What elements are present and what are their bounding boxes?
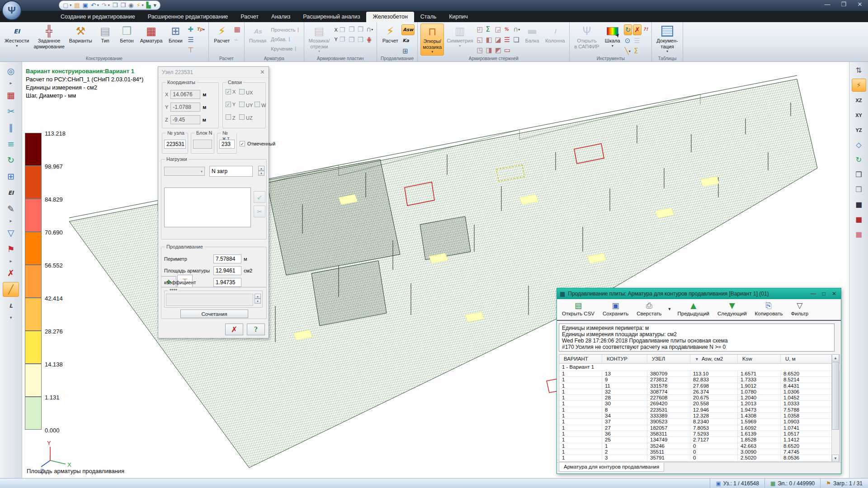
- tab-2[interactable]: Расширенное редактирование: [142, 12, 235, 22]
- erase-x-button[interactable]: ✗: [3, 266, 19, 281]
- scroll-down-icon[interactable]: ▼: [832, 455, 839, 462]
- app-logo-icon[interactable]: Ψ: [2, 0, 22, 20]
- filter-button[interactable]: ▽Фильтр: [788, 301, 812, 317]
- torsion-button[interactable]: КручениеI: [269, 44, 301, 53]
- tab-4[interactable]: Анализ: [265, 12, 297, 22]
- punch-brush-button[interactable]: ╱: [3, 282, 19, 297]
- redo-icon[interactable]: ↷: [102, 2, 107, 8]
- undo-icon[interactable]: ↶: [91, 2, 96, 8]
- zone-e-button[interactable]: ◨: [485, 45, 493, 55]
- undo-icon-arrow[interactable]: ▾: [97, 3, 99, 7]
- link-Y-checkbox[interactable]: ✓: [226, 102, 231, 107]
- table-row-10[interactable]: 1271820577.80531.60921.0741: [559, 425, 840, 431]
- flash-icon[interactable]: ⚡: [136, 2, 140, 8]
- punch-calc-button[interactable]: ⚡Расчет: [380, 23, 401, 56]
- spin-up-icon[interactable]: ▲: [258, 166, 264, 171]
- minimize-button[interactable]: —: [823, 1, 832, 8]
- query-button[interactable]: ?!: [642, 24, 649, 34]
- perimeter-input[interactable]: 7.57884: [213, 254, 241, 263]
- new-file-icon-arrow[interactable]: ▾: [70, 3, 71, 7]
- length-l-button[interactable]: L: [3, 298, 19, 313]
- close-icon[interactable]: ✕: [260, 69, 265, 75]
- cube-a-button[interactable]: ❒: [348, 24, 355, 34]
- restore-button[interactable]: ❐: [839, 1, 848, 8]
- link-UZ-checkbox[interactable]: [239, 114, 245, 120]
- table-row-14[interactable]: 123551103.00907.4745: [559, 449, 840, 455]
- snapshot-icon[interactable]: ◉: [128, 2, 133, 8]
- chart-icon[interactable]: ▙: [146, 2, 151, 8]
- parallel-planes-button[interactable]: ∥: [3, 120, 19, 135]
- cancel-button[interactable]: ✗: [225, 324, 243, 335]
- red-bars-button[interactable]: ☰: [503, 35, 511, 45]
- canopy-button[interactable]: ∩▾: [365, 24, 374, 34]
- more-down-button[interactable]: ▾: [3, 314, 19, 321]
- link-UY-checkbox[interactable]: [239, 102, 245, 107]
- red-line-button[interactable]: ▭: [503, 45, 511, 55]
- delete-results-button[interactable]: ✗: [633, 24, 642, 35]
- open-file-icon[interactable]: ▤: [74, 2, 80, 8]
- pack-icon[interactable]: ❒: [113, 2, 118, 8]
- canopy-2-button[interactable]: ∩▾: [512, 24, 521, 34]
- tab-5[interactable]: Расширенный анализ: [297, 12, 366, 22]
- preset-reinforcement-button[interactable]: ╬Заданноеармирование: [32, 23, 66, 56]
- column-header-6[interactable]: U, м: [781, 355, 840, 363]
- view-yz-button-button[interactable]: YZ: [852, 123, 866, 136]
- new-file-icon[interactable]: ▢: [63, 2, 68, 8]
- link-W-checkbox[interactable]: [255, 102, 260, 107]
- block-input[interactable]: [193, 140, 212, 149]
- open-sapfir-button[interactable]: ΨОткрытьв САПФИР: [572, 23, 601, 56]
- book-icon[interactable]: ❒: [120, 2, 126, 8]
- column-header-2[interactable]: КОНТУР: [602, 355, 647, 363]
- mosaic-segments-button[interactable]: ▤Мозаика/отрезки▾: [307, 23, 332, 56]
- rebar-grid-button[interactable]: ▦: [3, 88, 19, 103]
- zone-f-button[interactable]: ◲: [494, 24, 502, 34]
- delete-load-button[interactable]: ✂: [254, 206, 265, 217]
- abacus-button[interactable]: ☰: [633, 36, 642, 46]
- type-button[interactable]: ▤Тип: [95, 23, 116, 56]
- blocks-button[interactable]: ⊞Блоки: [165, 23, 186, 56]
- flash-icon-arrow[interactable]: ▾: [142, 3, 144, 7]
- table-row-1[interactable]: 113380709113.101.65718.6520: [559, 371, 840, 376]
- table-row-7[interactable]: 1822353112.9461.94737.5788: [559, 407, 840, 413]
- support-tee-button[interactable]: ⊤: [187, 45, 194, 55]
- cube-d-button[interactable]: ❒: [357, 35, 364, 45]
- tab-6[interactable]: Железобетон: [366, 12, 414, 22]
- results-table[interactable]: ВАРИАНТКОНТУРУЗЕЛ▼Asw, см2KswU, м 1 - Ва…: [559, 354, 840, 462]
- coord-Z-input[interactable]: -9.45: [170, 115, 200, 124]
- table-row-5[interactable]: 12822760820.6751.20401.0452: [559, 394, 840, 400]
- link-Z-checkbox[interactable]: [226, 114, 231, 120]
- zone-b-button[interactable]: ◱: [476, 35, 484, 45]
- scroll-up-icon[interactable]: ▲: [832, 354, 839, 361]
- table-row-13[interactable]: 1135246042.6638.6520: [559, 443, 840, 449]
- open-csv-button[interactable]: ▤Открыть CSV: [559, 301, 598, 317]
- cube-c-button[interactable]: ❒: [357, 24, 364, 34]
- redo-icon-arrow[interactable]: ▾: [108, 3, 110, 7]
- column-header-4[interactable]: ▼Asw, см2: [690, 355, 738, 363]
- diagrams-mosaic-button[interactable]: ⊓Эпюры/мозаика▾: [420, 23, 444, 56]
- table-row-4[interactable]: 13230877426.3741.07801.0306: [559, 389, 840, 394]
- view-xy-button-button[interactable]: XY: [852, 108, 866, 122]
- area-input[interactable]: 12.9461: [213, 266, 241, 275]
- zoom-search-button[interactable]: ⊙: [624, 36, 632, 46]
- node-dialog-titlebar[interactable]: Узел 223531 ✕: [158, 67, 269, 78]
- frame-select-button[interactable]: ▦: [233, 24, 241, 34]
- view-xz-button-button[interactable]: XZ: [852, 94, 866, 107]
- zone-c-button[interactable]: ◳: [476, 45, 484, 55]
- zone-h-button[interactable]: ◩: [494, 45, 502, 55]
- layout-print-button-arrow[interactable]: ▼: [668, 307, 672, 311]
- dim-box-button[interactable]: ❒: [852, 183, 866, 196]
- stars-up-icon[interactable]: ▲: [255, 294, 261, 299]
- additional-button[interactable]: Добав.I: [269, 35, 301, 44]
- active-view-button[interactable]: ⚡: [852, 79, 866, 92]
- copy-button[interactable]: ⎘Копировать: [752, 301, 786, 317]
- mesh-button[interactable]: ⊞: [3, 169, 19, 184]
- save-file-icon[interactable]: ▣: [83, 2, 88, 8]
- expand-arrow-2-button[interactable]: ▸: [3, 218, 19, 224]
- help-button[interactable]: ?: [247, 324, 265, 335]
- marked-checkbox[interactable]: ✓: [240, 141, 245, 146]
- rotate-model-button[interactable]: ↻: [3, 153, 19, 168]
- next-button[interactable]: ▼Следующий: [714, 301, 750, 317]
- stars-down-icon[interactable]: ▼: [255, 299, 261, 304]
- wand-warn-button[interactable]: ╲▾: [624, 46, 632, 56]
- rebar-button[interactable]: ▦Арматура: [138, 23, 165, 56]
